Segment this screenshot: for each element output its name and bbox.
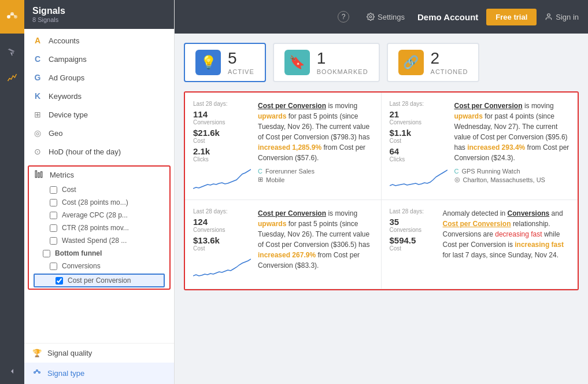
card2-cost-value: $1.1k bbox=[390, 128, 448, 138]
card3-change: increased 267.9% bbox=[258, 251, 316, 259]
tab-bookmarked[interactable]: 🔖 1 Bookmarked bbox=[273, 43, 380, 82]
sidebar-item-campaigns[interactable]: C Campaigns bbox=[24, 50, 174, 68]
cost28-checkbox[interactable] bbox=[50, 199, 57, 206]
card4-stats: Last 28 days: 35 Conversions $594.5 Cost bbox=[390, 208, 436, 280]
person-icon bbox=[545, 13, 553, 21]
bookmarked-label: Bookmarked bbox=[317, 68, 368, 75]
help-icon: ? bbox=[338, 11, 349, 23]
card2-clicks-label: Clicks bbox=[390, 156, 448, 163]
card1-metric-link[interactable]: Cost per Conversion bbox=[258, 102, 326, 110]
keywords-icon: K bbox=[32, 91, 43, 101]
card4-direction1: decreasing fast bbox=[495, 230, 542, 238]
card3-metric-link[interactable]: Cost per Conversion bbox=[258, 209, 326, 217]
devicetype-icon: ⊞ bbox=[32, 110, 43, 119]
card1-footer: C Forerunner Sales ⊞ Mobile bbox=[258, 168, 373, 183]
signal-card-4: Last 28 days: 35 Conversions $594.5 Cost… bbox=[382, 200, 578, 289]
sidebar-subitem-wasted[interactable]: Wasted Spend (28 ... bbox=[29, 234, 169, 247]
card2-conversions-label: Conversions bbox=[390, 119, 448, 125]
costperconv-checkbox[interactable] bbox=[56, 277, 63, 285]
sidebar-subitem-costperconv[interactable]: Cost per Conversion bbox=[34, 274, 165, 287]
sidebar-item-geo[interactable]: ◎ Geo bbox=[24, 124, 174, 142]
sidebar-item-signalquality[interactable]: 🏆 Signal quality bbox=[24, 344, 174, 363]
cards-grid: Last 28 days: 114 Conversions $21.6k Cos… bbox=[184, 91, 579, 290]
card3-chart bbox=[193, 257, 251, 280]
sign-in-button[interactable]: Sign in bbox=[545, 13, 579, 21]
sidebar-item-devicetype[interactable]: ⊞ Device type bbox=[24, 105, 174, 124]
ctr-checkbox[interactable] bbox=[50, 224, 57, 232]
card1-clicks-label: Clicks bbox=[193, 156, 251, 163]
location-icon: ◎ bbox=[454, 176, 460, 183]
card2-cost-label: Cost bbox=[390, 138, 448, 144]
sidebar-item-adgroups[interactable]: G Ad Groups bbox=[24, 68, 174, 87]
sidebar-subitem-cost28[interactable]: Cost (28 points mo...) bbox=[29, 196, 169, 209]
sidebar-subitem-ctr[interactable]: CTR (28 points mov... bbox=[29, 221, 169, 234]
sidebar-item-signaltype[interactable]: Signal type bbox=[24, 363, 174, 384]
card1-device-name: Mobile bbox=[266, 176, 284, 183]
card1-conversions-value: 114 bbox=[193, 109, 251, 119]
tab-active[interactable]: 💡 5 Active bbox=[184, 43, 266, 82]
free-trial-button[interactable]: Free trial bbox=[486, 9, 537, 25]
card1-content: Cost per Conversion is moving upwards fo… bbox=[258, 101, 373, 191]
card1-direction: upwards bbox=[258, 112, 286, 120]
avgcpc-checkbox[interactable] bbox=[50, 212, 57, 219]
bookmarked-tab-info: 1 Bookmarked bbox=[317, 50, 368, 75]
nav-icon-telescope[interactable] bbox=[0, 39, 24, 65]
card3-text: Cost per Conversion is moving upwards fo… bbox=[258, 208, 373, 271]
card3-content: Cost per Conversion is moving upwards fo… bbox=[258, 208, 373, 280]
nav-icon-collapse[interactable] bbox=[0, 359, 24, 384]
card4-cost-value: $594.5 bbox=[390, 235, 436, 245]
card1-conversions-label: Conversions bbox=[193, 119, 251, 125]
metrics-label: Metrics bbox=[50, 171, 74, 179]
card4-cpc-link[interactable]: Cost per Conversion bbox=[443, 220, 511, 228]
active-tab-info: 5 Active bbox=[228, 50, 254, 75]
devicetype-label: Device type bbox=[49, 110, 88, 119]
sidebar-item-keywords[interactable]: K Keywords bbox=[24, 87, 174, 105]
sidebar: Signals 8 Signals A Accounts C Campaigns… bbox=[24, 0, 175, 384]
settings-button[interactable]: Settings bbox=[362, 10, 409, 24]
conversions-checkbox[interactable] bbox=[50, 263, 57, 270]
sidebar-item-hod[interactable]: ⊙ HoD (hour of the day) bbox=[24, 142, 174, 161]
card2-stats: Last 28 days: 21 Conversions $1.1k Cost … bbox=[390, 101, 448, 191]
wasted-checkbox[interactable] bbox=[50, 237, 57, 245]
sidebar-subitem-conversions[interactable]: Conversions bbox=[29, 260, 169, 272]
card2-metric-link[interactable]: Cost per Conversion bbox=[454, 102, 523, 110]
card1-cost-value: $21.6k bbox=[193, 128, 251, 138]
signal-card-3: Last 28 days: 124 Conversions $13.6k Cos… bbox=[185, 200, 382, 289]
bookmarked-count: 1 bbox=[317, 50, 368, 67]
sidebar-item-metrics[interactable]: Metrics bbox=[29, 167, 169, 183]
help-button[interactable]: ? bbox=[333, 9, 354, 25]
wasted-label: Wasted Spend (28 ... bbox=[62, 237, 127, 245]
app-logo[interactable] bbox=[0, 0, 24, 34]
svg-point-7 bbox=[36, 370, 38, 371]
cost-checkbox[interactable] bbox=[50, 186, 57, 194]
svg-point-11 bbox=[548, 14, 550, 17]
nav-icon-signals[interactable] bbox=[0, 65, 24, 90]
tab-actioned[interactable]: 🔗 2 Actioned bbox=[387, 43, 480, 82]
signal-card-1: Last 28 days: 114 Conversions $21.6k Cos… bbox=[185, 93, 382, 200]
cost28-label: Cost (28 points mo...) bbox=[62, 198, 128, 206]
card4-cost-label: Cost bbox=[390, 245, 436, 252]
active-count: 5 bbox=[228, 50, 254, 67]
bookmarked-tab-icon: 🔖 bbox=[284, 50, 310, 75]
card4-conv-link[interactable]: Conversions bbox=[508, 209, 550, 217]
sidebar-subitem-cost[interactable]: Cost bbox=[29, 183, 169, 196]
bottomfunnel-label: Bottom funnel bbox=[55, 249, 102, 257]
card3-conversions-value: 124 bbox=[193, 217, 251, 227]
bottomfunnel-checkbox[interactable] bbox=[43, 250, 50, 257]
device-icon: ⊞ bbox=[258, 176, 263, 183]
conversions-label: Conversions bbox=[62, 262, 101, 270]
signalquality-label: Signal quality bbox=[47, 349, 92, 357]
sidebar-subitem-bottomfunnel[interactable]: Bottom funnel bbox=[29, 247, 169, 260]
app-title: Signals bbox=[32, 6, 166, 16]
card2-chart bbox=[390, 168, 448, 191]
card2-conversions-value: 21 bbox=[390, 109, 448, 119]
card4-conversions-label: Conversions bbox=[390, 227, 436, 233]
actioned-tab-info: 2 Actioned bbox=[431, 50, 468, 75]
sidebar-item-accounts[interactable]: A Accounts bbox=[24, 31, 174, 50]
campaigns-icon: C bbox=[32, 54, 43, 64]
svg-line-9 bbox=[35, 371, 36, 372]
sidebar-subitem-avgcpc[interactable]: Average CPC (28 p... bbox=[29, 209, 169, 221]
card3-cost-value: $13.6k bbox=[193, 235, 251, 245]
card2-location: ◎ Charlton, Massachusetts, US bbox=[454, 176, 570, 183]
card4-text: Anomaly detected in Conversions and Cost… bbox=[443, 208, 570, 260]
